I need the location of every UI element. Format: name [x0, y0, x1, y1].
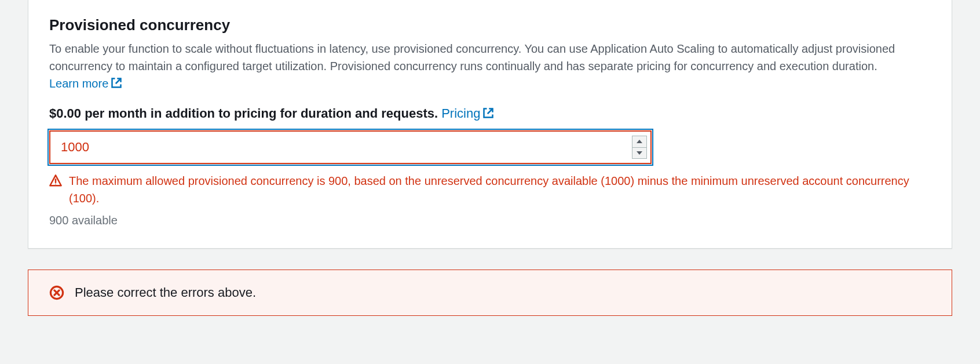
provisioned-concurrency-card: Provisioned concurrency To enable your f… [28, 0, 952, 249]
number-stepper [632, 136, 647, 159]
learn-more-text: Learn more [49, 77, 108, 90]
external-link-icon [482, 107, 494, 119]
section-title: Provisioned concurrency [49, 16, 931, 34]
stepper-up-button[interactable] [632, 136, 646, 148]
pricing-text: $0.00 per month in addition to pricing f… [49, 106, 441, 121]
error-circle-icon [49, 285, 64, 300]
concurrency-input[interactable] [49, 130, 652, 164]
description-text: To enable your function to scale without… [49, 42, 895, 72]
svg-point-1 [55, 184, 56, 185]
learn-more-link[interactable]: Learn more [49, 77, 122, 90]
alert-text: Please correct the errors above. [75, 285, 256, 300]
error-alert: Please correct the errors above. [28, 270, 952, 316]
error-message: The maximum allowed provisioned concurre… [49, 172, 931, 207]
error-text: The maximum allowed provisioned concurre… [69, 172, 931, 207]
concurrency-input-wrapper [49, 130, 652, 164]
section-description: To enable your function to scale without… [49, 40, 931, 92]
pricing-info: $0.00 per month in addition to pricing f… [49, 106, 931, 121]
pricing-link[interactable]: Pricing [441, 106, 494, 121]
caret-down-icon [637, 151, 642, 155]
stepper-down-button[interactable] [632, 148, 646, 159]
external-link-icon [111, 77, 122, 89]
warning-triangle-icon [49, 174, 62, 187]
available-text: 900 available [49, 214, 931, 227]
caret-up-icon [637, 140, 642, 143]
pricing-link-text: Pricing [441, 106, 480, 121]
